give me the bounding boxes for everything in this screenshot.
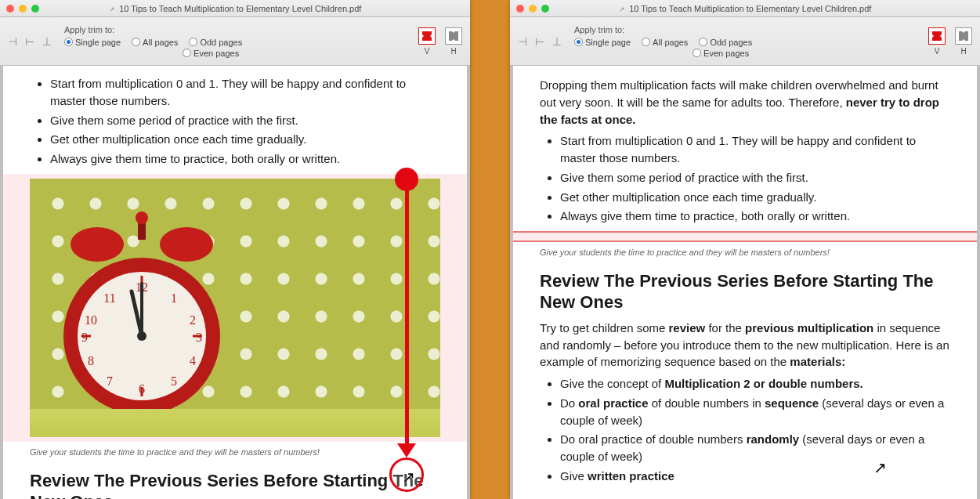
trim-handles[interactable]: ⊣ ⊢ ⊣: [8, 36, 52, 47]
svg-text:1: 1: [171, 291, 177, 305]
list-item: Give written practice: [560, 468, 950, 485]
close-icon[interactable]: [516, 5, 524, 13]
trim-vertical-button[interactable]: [418, 27, 436, 45]
image-trim-region[interactable]: 12 1 2 3 4 5 6 7 8 9 10: [3, 174, 467, 442]
clock-image: 12 1 2 3 4 5 6 7 8 9 10: [30, 179, 440, 437]
trim-handle-left-icon[interactable]: ⊣: [8, 36, 17, 47]
bullet-list-sequence: Give the concept of Multiplication 2 or …: [540, 375, 950, 485]
trim-horizontal-button[interactable]: [445, 27, 462, 45]
trim-handle-right-icon[interactable]: ⊢: [25, 36, 34, 47]
trim-handle-top-icon[interactable]: ⊣: [42, 37, 52, 46]
list-item: Do oral practice of double numbers rando…: [560, 431, 950, 465]
radio-odd-pages[interactable]: Odd pages: [699, 38, 752, 47]
trim-handles[interactable]: ⊣ ⊢ ⊣: [518, 36, 562, 47]
minimize-icon[interactable]: [19, 5, 27, 13]
trim-horizontal-button[interactable]: [955, 27, 972, 45]
list-item: Give the concept of Multiplication 2 or …: [560, 375, 950, 392]
review-paragraph: Try to get children some review for the …: [540, 320, 950, 371]
trimmed-region-indicator[interactable]: [513, 231, 977, 242]
zoom-icon[interactable]: [31, 5, 39, 13]
titlebar[interactable]: 10 Tips to Teach Multiplication to Eleme…: [0, 0, 470, 17]
trim-h-label: H: [960, 47, 966, 56]
svg-text:11: 11: [103, 291, 115, 305]
pdf-page: Start from multiplication 0 and 1. They …: [3, 66, 467, 499]
list-item: Give them some period of practice with t…: [50, 112, 440, 129]
trim-v-label: V: [425, 47, 430, 56]
svg-point-3: [136, 212, 148, 224]
radio-even-pages[interactable]: Even pages: [693, 49, 749, 58]
radio-single-page[interactable]: Single page: [574, 38, 631, 47]
trim-handle-right-icon[interactable]: ⊢: [535, 36, 544, 47]
annotation-arrow-stem: [405, 188, 409, 445]
traffic-lights: [510, 5, 555, 13]
trim-h-label: H: [450, 47, 456, 56]
alarm-clock-icon: 12 1 2 3 4 5 6 7 8 9 10: [60, 199, 224, 434]
pdf-page: Dropping them multiplication facts will …: [513, 66, 977, 499]
radio-single-page[interactable]: Single page: [64, 38, 121, 47]
radio-all-pages[interactable]: All pages: [132, 38, 178, 47]
trim-toolbar: ⊣ ⊢ ⊣ Apply trim to: Single page All pag…: [510, 17, 980, 66]
svg-text:9: 9: [81, 331, 88, 344]
window-title: 10 Tips to Teach Multiplication to Eleme…: [510, 4, 980, 13]
trim-mode-buttons: V H: [418, 27, 462, 56]
list-item: Get other multiplication once each time …: [50, 131, 440, 148]
trim-scope: Apply trim to: Single page All pages Odd…: [64, 25, 242, 58]
annotation-cursor-ring: [389, 457, 424, 492]
titlebar[interactable]: 10 Tips to Teach Multiplication to Eleme…: [510, 0, 980, 17]
list-item: Always give them time to practice, both …: [50, 150, 440, 168]
svg-text:2: 2: [190, 313, 196, 327]
list-item: Start from multiplication 0 and 1. They …: [50, 75, 440, 110]
window-left: 10 Tips to Teach Multiplication to Eleme…: [0, 0, 470, 499]
document-viewport[interactable]: Start from multiplication 0 and 1. They …: [0, 66, 470, 499]
svg-text:4: 4: [190, 354, 196, 367]
svg-point-24: [137, 331, 146, 341]
trim-handle-left-icon[interactable]: ⊣: [518, 36, 527, 47]
image-caption: Give your students the time to practice …: [540, 247, 950, 259]
heading-review: Review The Previous Series Before Starti…: [540, 270, 950, 313]
trim-toolbar: ⊣ ⊢ ⊣ Apply trim to: Single page All pag…: [0, 17, 470, 66]
trim-v-label: V: [935, 47, 940, 56]
trim-handle-top-icon[interactable]: ⊣: [551, 37, 562, 46]
radio-all-pages[interactable]: All pages: [642, 38, 688, 47]
svg-text:6: 6: [139, 382, 145, 396]
bullet-list-tips: Start from multiplication 0 and 1. They …: [30, 75, 440, 168]
list-item: Get other multiplication once each time …: [560, 189, 950, 206]
bullet-list-tips: Start from multiplication 0 and 1. They …: [540, 132, 950, 225]
list-item: Always give them time to practice, both …: [560, 208, 950, 225]
trim-mode-buttons: V H: [928, 27, 972, 56]
radio-odd-pages[interactable]: Odd pages: [189, 38, 242, 47]
image-caption: Give your students the time to practice …: [30, 447, 440, 459]
svg-point-1: [160, 227, 213, 262]
trim-scope-label: Apply trim to:: [574, 25, 752, 34]
close-icon[interactable]: [6, 5, 14, 13]
cursor-icon: ↖: [873, 458, 887, 477]
svg-text:8: 8: [88, 354, 94, 367]
svg-text:5: 5: [171, 374, 177, 388]
minimize-icon[interactable]: [529, 5, 537, 13]
list-item: Give them some period of practice with t…: [560, 169, 950, 186]
annotation-arrow-head: [397, 443, 416, 457]
radio-even-pages[interactable]: Even pages: [183, 49, 239, 58]
document-viewport[interactable]: Dropping them multiplication facts will …: [510, 66, 980, 499]
trim-vertical-button[interactable]: [928, 27, 946, 45]
svg-text:7: 7: [107, 374, 113, 388]
window-right: 10 Tips to Teach Multiplication to Eleme…: [510, 0, 980, 499]
list-item: Do oral practice of double numbers in se…: [560, 395, 950, 429]
trim-scope-label: Apply trim to:: [64, 25, 242, 34]
svg-point-0: [71, 227, 124, 262]
intro-paragraph: Dropping them multiplication facts will …: [540, 77, 950, 128]
zoom-icon[interactable]: [541, 5, 549, 13]
heading-review: Review The Previous Series Before Starti…: [30, 470, 440, 499]
svg-text:3: 3: [196, 331, 202, 344]
trim-scope: Apply trim to: Single page All pages Odd…: [574, 25, 752, 58]
svg-text:10: 10: [85, 313, 97, 327]
traffic-lights: [0, 5, 45, 13]
list-item: Start from multiplication 0 and 1. They …: [560, 132, 950, 167]
window-title: 10 Tips to Teach Multiplication to Eleme…: [0, 4, 470, 13]
